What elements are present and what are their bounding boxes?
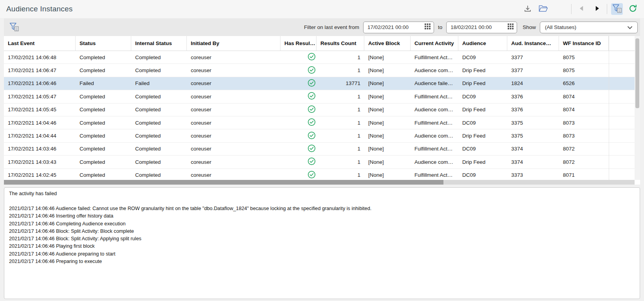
table-row[interactable]: 17/02/2021 14:05:47CompletedCompletedcor… [4,90,635,103]
cell-has_results [280,64,317,76]
open-folder-button[interactable] [537,3,549,15]
cell-results_count: 1 [317,169,364,180]
cell-results_count: 13771 [317,77,364,90]
date-from-input[interactable]: 17/02/2021 00:00 [363,22,434,33]
log-line: 2021/02/17 14:06:46 Completing Audience … [9,220,635,228]
cell-status: Completed [76,51,131,63]
cell-last_event: 17/02/2021 14:05:47 [4,90,76,103]
column-header-status[interactable]: Status [76,36,131,51]
back-button[interactable] [575,3,587,15]
cell-wf_instance_id: 8072 [559,156,609,168]
table-body: 17/02/2021 14:06:48CompletedCompletedcor… [4,51,635,180]
cell-status: Completed [76,90,131,103]
vertical-scrollbar-thumb[interactable] [635,38,639,108]
download-button[interactable] [522,3,534,15]
forward-button[interactable] [591,3,603,15]
cell-audience: Drip Feed [458,129,507,142]
cell-initiated_by: coreuser [187,129,280,142]
table-row[interactable]: 17/02/2021 14:06:46FailedFailedcoreuser1… [4,77,635,90]
table-row[interactable]: 17/02/2021 14:04:44CompletedCompletedcor… [4,129,635,142]
refresh-icon [629,4,637,14]
cell-wf_instance_id: 8074 [559,103,609,116]
check-circle-icon [308,157,316,167]
cell-audience: Drip Feed [458,64,507,76]
cell-aud_instance_id: 3376 [507,90,559,103]
check-circle-icon [308,79,316,88]
table-row[interactable]: 17/02/2021 14:02:45CompletedCompletedcor… [4,169,635,180]
cell-audience: Drip Feed [458,103,507,116]
column-end-divider [609,36,609,180]
cell-has_results [280,77,317,90]
refresh-button[interactable] [627,3,639,15]
log-line: 2021/02/17 14:06:46 Playing first block [9,243,635,250]
cell-active_block: [None] [364,169,411,180]
date-picker-icon[interactable] [508,24,514,31]
forward-icon [594,5,601,13]
cell-active_block: [None] [364,77,411,90]
column-header-wf_instance_id[interactable]: WF Instance ID [559,36,609,51]
cell-initiated_by: coreuser [187,116,280,129]
check-circle-icon [308,105,316,114]
horizontal-scrollbar[interactable] [4,180,635,185]
cell-active_block: [None] [364,116,411,129]
check-circle-icon [308,53,316,62]
column-header-has_results[interactable]: Has Resul… [280,36,317,51]
column-header-last_event[interactable]: Last Event [4,36,76,51]
column-header-internal_status[interactable]: Internal Status [131,36,187,51]
cell-aud_instance_id: 3374 [507,143,559,155]
vertical-scrollbar[interactable] [635,36,640,180]
table-header-row: Last EventStatusInternal StatusInitiated… [4,36,635,51]
cell-current_activity: Fulfillment Act… [411,51,458,63]
cell-last_event: 17/02/2021 14:02:45 [4,169,76,180]
check-circle-icon [308,92,316,101]
cell-initiated_by: coreuser [187,103,280,116]
column-header-results_count[interactable]: Results Count [317,36,364,51]
cell-results_count: 1 [317,64,364,76]
log-line: 2021/02/17 14:06:46 Block: Split Activit… [9,235,635,243]
cell-active_block: [None] [364,51,411,63]
cell-initiated_by: coreuser [187,64,280,76]
app-header: Audience Instances [0,0,644,18]
table-row[interactable]: 17/02/2021 14:06:48CompletedCompletedcor… [4,51,635,64]
cell-current_activity: Fulfillment Act… [411,116,458,129]
date-to-input[interactable]: 18/02/2021 00:00 [446,22,517,33]
filter-list-button[interactable] [9,22,19,33]
table-row[interactable]: 17/02/2021 14:04:46CompletedCompletedcor… [4,116,635,129]
cell-internal_status: Completed [131,129,187,142]
cell-status: Completed [76,103,131,116]
filter-controls: Filter on last event from 17/02/2021 00:… [304,22,640,33]
cell-last_event: 17/02/2021 14:03:46 [4,143,76,155]
table-row[interactable]: 17/02/2021 14:05:45CompletedCompletedcor… [4,103,635,116]
column-header-current_activity[interactable]: Current Activity [411,36,458,51]
cell-current_activity: Audience com… [411,129,458,142]
cell-active_block: [None] [364,103,411,116]
filter-list-icon [9,22,19,33]
status-filter-select[interactable]: (All Statuses) [540,22,638,33]
cell-internal_status: Failed [131,77,187,90]
table-row[interactable]: 17/02/2021 14:06:47CompletedCompletedcor… [4,64,635,77]
toolbar-separator [607,4,607,14]
open-folder-icon [539,5,548,14]
cell-internal_status: Completed [131,90,187,103]
back-icon [578,5,585,13]
horizontal-scrollbar-thumb[interactable] [4,180,443,185]
cell-aud_instance_id: 3375 [507,116,559,129]
cell-internal_status: Completed [131,51,187,63]
cell-active_block: [None] [364,64,411,76]
cell-aud_instance_id: 3377 [507,51,559,63]
cell-last_event: 17/02/2021 14:04:46 [4,116,76,129]
date-picker-icon[interactable] [425,24,431,31]
filter-toggle-button[interactable] [611,3,623,15]
cell-results_count: 1 [317,143,364,155]
column-header-active_block[interactable]: Active Block [364,36,411,51]
table-row[interactable]: 17/02/2021 14:03:43CompletedCompletedcor… [4,156,635,169]
cell-internal_status: Completed [131,169,187,180]
column-header-aud_instance_id[interactable]: Aud. Instance… [507,36,559,51]
column-header-initiated_by[interactable]: Initiated By [187,36,280,51]
log-lines: 2021/02/17 14:06:46 Audience failed: Can… [9,205,635,265]
cell-results_count: 1 [317,129,364,142]
column-header-audience[interactable]: Audience [458,36,507,51]
table-row[interactable]: 17/02/2021 14:03:46CompletedCompletedcor… [4,143,635,156]
log-line: 2021/02/17 14:06:46 Preparing to execute [9,258,635,265]
cell-last_event: 17/02/2021 14:03:43 [4,156,76,168]
